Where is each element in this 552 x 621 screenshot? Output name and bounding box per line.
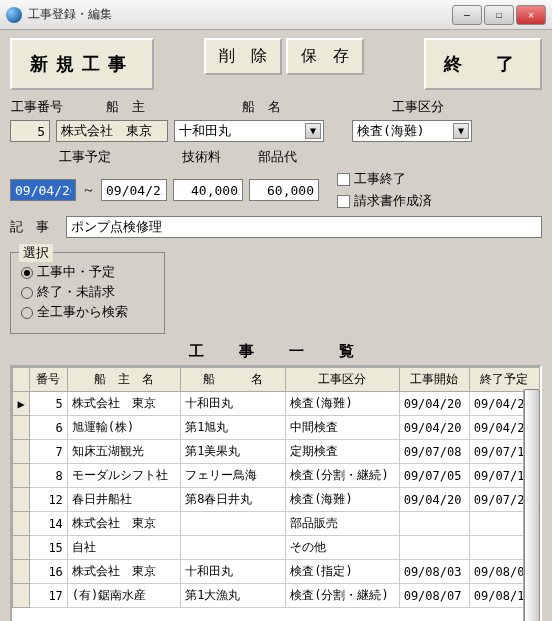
ship-label: 船 名 bbox=[242, 98, 281, 116]
cell-start: 09/04/20 bbox=[399, 416, 469, 440]
filter-legend: 選択 bbox=[19, 244, 53, 262]
cell-no: 6 bbox=[30, 416, 68, 440]
cell-owner: モーダルシフト社 bbox=[67, 464, 180, 488]
maximize-button[interactable]: ☐ bbox=[484, 5, 514, 25]
cell-type: 定期検査 bbox=[286, 440, 399, 464]
table-row[interactable]: 17(有)鋸南水産第1大漁丸検査(分割・継続)09/08/0709/08/11 bbox=[13, 584, 540, 608]
cell-no: 17 bbox=[30, 584, 68, 608]
row-indicator bbox=[13, 512, 30, 536]
table-corner bbox=[13, 368, 30, 392]
filter-group: 選択 工事中・予定 終了・未請求 全工事から検索 bbox=[10, 252, 165, 334]
parts-field[interactable] bbox=[249, 179, 319, 201]
cell-owner: 自社 bbox=[67, 536, 180, 560]
finish-check-row[interactable]: 工事終了 bbox=[337, 170, 432, 188]
filter-opt2[interactable]: 終了・未請求 bbox=[21, 283, 154, 301]
minimize-button[interactable]: — bbox=[452, 5, 482, 25]
ship-select[interactable]: 十和田丸 ▼ bbox=[174, 120, 324, 142]
cell-owner: 株式会社 東京 bbox=[67, 392, 180, 416]
col-start[interactable]: 工事開始 bbox=[399, 368, 469, 392]
col-end[interactable]: 終了予定 bbox=[469, 368, 539, 392]
job-grid[interactable]: 番号 船 主 名 船 名 工事区分 工事開始 終了予定 ▶5株式会社 東京十和田… bbox=[10, 365, 542, 621]
cell-no: 7 bbox=[30, 440, 68, 464]
cell-start: 09/07/05 bbox=[399, 464, 469, 488]
cell-ship: 第8春日井丸 bbox=[181, 488, 286, 512]
no-label: 工事番号 bbox=[11, 98, 63, 116]
table-row[interactable]: 16株式会社 東京十和田丸検査(指定)09/08/0309/08/05 bbox=[13, 560, 540, 584]
type-select[interactable]: 検査(海難) ▼ bbox=[352, 120, 472, 142]
cell-ship bbox=[181, 512, 286, 536]
cell-no: 12 bbox=[30, 488, 68, 512]
col-type[interactable]: 工事区分 bbox=[286, 368, 399, 392]
table-row[interactable]: 14株式会社 東京部品販売 bbox=[13, 512, 540, 536]
owner-label: 船 主 bbox=[106, 98, 145, 116]
exit-button[interactable]: 終 了 bbox=[424, 38, 542, 90]
no-field[interactable] bbox=[10, 120, 50, 142]
close-button[interactable]: ✕ bbox=[516, 5, 546, 25]
new-button[interactable]: 新規工事 bbox=[10, 38, 154, 90]
list-title: 工 事 一 覧 bbox=[10, 342, 542, 361]
cell-ship: 十和田丸 bbox=[181, 560, 286, 584]
radio-icon bbox=[21, 307, 33, 319]
filter-opt1[interactable]: 工事中・予定 bbox=[21, 263, 154, 281]
cell-no: 5 bbox=[30, 392, 68, 416]
cell-type: 検査(指定) bbox=[286, 560, 399, 584]
table-row[interactable]: 8モーダルシフト社フェリー鳥海検査(分割・継続)09/07/0509/07/14 bbox=[13, 464, 540, 488]
tech-field[interactable] bbox=[173, 179, 243, 201]
radio-icon bbox=[21, 267, 33, 279]
date-to-field[interactable] bbox=[101, 179, 167, 201]
cell-ship: 第1美果丸 bbox=[181, 440, 286, 464]
window-title: 工事登録・編集 bbox=[28, 6, 452, 23]
row-indicator bbox=[13, 416, 30, 440]
col-owner[interactable]: 船 主 名 bbox=[67, 368, 180, 392]
date-sep: ～ bbox=[82, 181, 95, 199]
cell-type: 検査(分割・継続) bbox=[286, 584, 399, 608]
memo-field[interactable] bbox=[66, 216, 542, 238]
row-indicator bbox=[13, 464, 30, 488]
cell-ship: フェリー鳥海 bbox=[181, 464, 286, 488]
owner-field[interactable] bbox=[56, 120, 168, 142]
cell-owner: 株式会社 東京 bbox=[67, 512, 180, 536]
table-row[interactable]: 7知床五湖観光第1美果丸定期検査09/07/0809/07/16 bbox=[13, 440, 540, 464]
row-indicator bbox=[13, 488, 30, 512]
cell-start bbox=[399, 536, 469, 560]
checkbox-icon bbox=[337, 173, 350, 186]
titlebar: 工事登録・編集 — ☐ ✕ bbox=[0, 0, 552, 30]
date-from-field[interactable] bbox=[10, 179, 76, 201]
parts-label: 部品代 bbox=[242, 148, 312, 166]
delete-button[interactable]: 削 除 bbox=[204, 38, 282, 75]
checkbox-icon bbox=[337, 195, 350, 208]
cell-start bbox=[399, 512, 469, 536]
chevron-down-icon: ▼ bbox=[453, 123, 469, 139]
tech-label: 技術料 bbox=[166, 148, 236, 166]
cell-no: 15 bbox=[30, 536, 68, 560]
cell-ship bbox=[181, 536, 286, 560]
table-row[interactable]: 6旭運輸(株)第1旭丸中間検査09/04/2009/04/26 bbox=[13, 416, 540, 440]
col-no[interactable]: 番号 bbox=[30, 368, 68, 392]
app-icon bbox=[6, 7, 22, 23]
scrollbar-vertical[interactable] bbox=[523, 389, 540, 621]
cell-owner: (有)鋸南水産 bbox=[67, 584, 180, 608]
save-button[interactable]: 保 存 bbox=[286, 38, 364, 75]
cell-ship: 第1旭丸 bbox=[181, 416, 286, 440]
table-row[interactable]: 15自社その他 bbox=[13, 536, 540, 560]
invoice-check-row[interactable]: 請求書作成済 bbox=[337, 192, 432, 210]
row-indicator bbox=[13, 584, 30, 608]
table-row[interactable]: ▶5株式会社 東京十和田丸検査(海難)09/04/2009/04/25 bbox=[13, 392, 540, 416]
cell-start: 09/07/08 bbox=[399, 440, 469, 464]
row-indicator: ▶ bbox=[13, 392, 30, 416]
col-ship[interactable]: 船 名 bbox=[181, 368, 286, 392]
cell-owner: 知床五湖観光 bbox=[67, 440, 180, 464]
cell-type: 中間検査 bbox=[286, 416, 399, 440]
cell-start: 09/04/20 bbox=[399, 488, 469, 512]
table-row[interactable]: 12春日井船社第8春日井丸検査(海難)09/04/2009/07/21 bbox=[13, 488, 540, 512]
schedule-label: 工事予定 bbox=[10, 148, 160, 166]
cell-start: 09/08/07 bbox=[399, 584, 469, 608]
row-indicator bbox=[13, 560, 30, 584]
cell-ship: 第1大漁丸 bbox=[181, 584, 286, 608]
cell-no: 16 bbox=[30, 560, 68, 584]
invoice-label: 請求書作成済 bbox=[354, 193, 432, 208]
radio-icon bbox=[21, 287, 33, 299]
cell-start: 09/04/20 bbox=[399, 392, 469, 416]
filter-opt3[interactable]: 全工事から検索 bbox=[21, 303, 154, 321]
cell-type: 検査(海難) bbox=[286, 488, 399, 512]
